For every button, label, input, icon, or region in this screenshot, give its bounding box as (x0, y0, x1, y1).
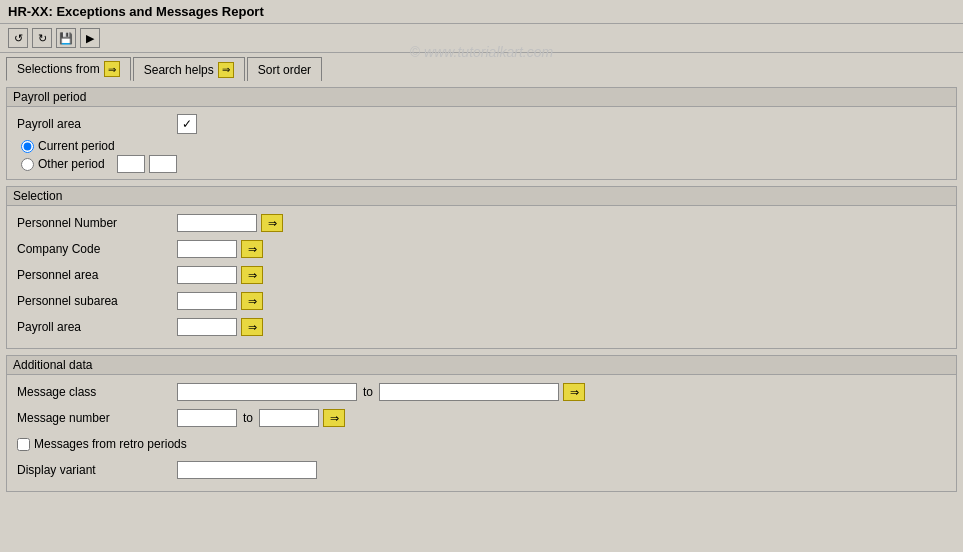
display-variant-row: Display variant (17, 459, 946, 481)
execute-icon[interactable]: ▶ (80, 28, 100, 48)
back-icon[interactable]: ↺ (8, 28, 28, 48)
personnel-area-arrow[interactable]: ⇒ (241, 266, 263, 284)
message-class-label: Message class (17, 385, 177, 399)
other-period-radio[interactable] (21, 158, 34, 171)
display-variant-label: Display variant (17, 463, 177, 477)
payroll-area-sel-arrow[interactable]: ⇒ (241, 318, 263, 336)
title-bar: HR-XX: Exceptions and Messages Report (0, 0, 963, 24)
personnel-area-input[interactable] (177, 266, 237, 284)
personnel-subarea-arrow[interactable]: ⇒ (241, 292, 263, 310)
personnel-subarea-row: Personnel subarea ⇒ (17, 290, 946, 312)
payroll-area-row: Payroll area ✓ (17, 113, 946, 135)
forward-icon[interactable]: ↻ (32, 28, 52, 48)
message-number-arrow[interactable]: ⇒ (323, 409, 345, 427)
messages-retro-checkbox[interactable] (17, 438, 30, 451)
personnel-area-label: Personnel area (17, 268, 177, 282)
tab-selections-from-label: Selections from (17, 62, 100, 76)
message-class-to-label: to (363, 385, 373, 399)
tab-sort-order-label: Sort order (258, 63, 311, 77)
company-code-row: Company Code ⇒ (17, 238, 946, 260)
personnel-number-arrow[interactable]: ⇒ (261, 214, 283, 232)
radio-group: Current period Other period (17, 139, 946, 173)
payroll-period-section: Payroll period Payroll area ✓ Current pe… (6, 87, 957, 180)
current-period-label: Current period (38, 139, 115, 153)
company-code-arrow[interactable]: ⇒ (241, 240, 263, 258)
selection-content: Personnel Number ⇒ Company Code ⇒ Person… (7, 206, 956, 348)
message-number-row: Message number to ⇒ (17, 407, 946, 429)
page-title: HR-XX: Exceptions and Messages Report (8, 4, 264, 19)
tab-selections-from[interactable]: Selections from ⇒ (6, 57, 131, 81)
message-class-input-to[interactable] (379, 383, 559, 401)
payroll-area-sel-label: Payroll area (17, 320, 177, 334)
save-icon[interactable]: 💾 (56, 28, 76, 48)
additional-data-content: Message class to ⇒ Message number to ⇒ M… (7, 375, 956, 491)
tab-search-helps-label: Search helps (144, 63, 214, 77)
additional-data-title: Additional data (7, 356, 956, 375)
tab-sort-order[interactable]: Sort order (247, 57, 322, 81)
personnel-area-row: Personnel area ⇒ (17, 264, 946, 286)
payroll-area-label: Payroll area (17, 117, 177, 131)
payroll-period-title: Payroll period (7, 88, 956, 107)
current-period-radio[interactable] (21, 140, 34, 153)
personnel-number-label: Personnel Number (17, 216, 177, 230)
personnel-subarea-label: Personnel subarea (17, 294, 177, 308)
tab-bar: Selections from ⇒ Search helps ⇒ Sort or… (0, 53, 963, 81)
toolbar: ↺ ↻ 💾 ▶ © www.tutorialkart.com (0, 24, 963, 53)
payroll-area-sel-row: Payroll area ⇒ (17, 316, 946, 338)
payroll-area-checkbox[interactable]: ✓ (177, 114, 197, 134)
tab-search-helps[interactable]: Search helps ⇒ (133, 57, 245, 81)
current-period-row: Current period (21, 139, 946, 153)
other-period-row: Other period (21, 155, 946, 173)
message-number-to-label: to (243, 411, 253, 425)
message-number-input-to[interactable] (259, 409, 319, 427)
tab-arrow-selections: ⇒ (104, 61, 120, 77)
message-class-input-from[interactable] (177, 383, 357, 401)
other-period-input-2[interactable] (149, 155, 177, 173)
selection-section: Selection Personnel Number ⇒ Company Cod… (6, 186, 957, 349)
personnel-subarea-input[interactable] (177, 292, 237, 310)
tab-arrow-search: ⇒ (218, 62, 234, 78)
company-code-input[interactable] (177, 240, 237, 258)
payroll-area-sel-input[interactable] (177, 318, 237, 336)
company-code-label: Company Code (17, 242, 177, 256)
message-number-input-from[interactable] (177, 409, 237, 427)
display-variant-input[interactable] (177, 461, 317, 479)
message-class-arrow[interactable]: ⇒ (563, 383, 585, 401)
other-period-label: Other period (38, 157, 105, 171)
messages-retro-row: Messages from retro periods (17, 433, 946, 455)
personnel-number-row: Personnel Number ⇒ (17, 212, 946, 234)
additional-data-section: Additional data Message class to ⇒ Messa… (6, 355, 957, 492)
payroll-period-content: Payroll area ✓ Current period Other peri… (7, 107, 956, 179)
other-period-input-1[interactable] (117, 155, 145, 173)
content-area: Payroll period Payroll area ✓ Current pe… (0, 81, 963, 504)
personnel-number-input[interactable] (177, 214, 257, 232)
message-class-row: Message class to ⇒ (17, 381, 946, 403)
selection-title: Selection (7, 187, 956, 206)
messages-retro-label: Messages from retro periods (34, 437, 187, 451)
message-number-label: Message number (17, 411, 177, 425)
